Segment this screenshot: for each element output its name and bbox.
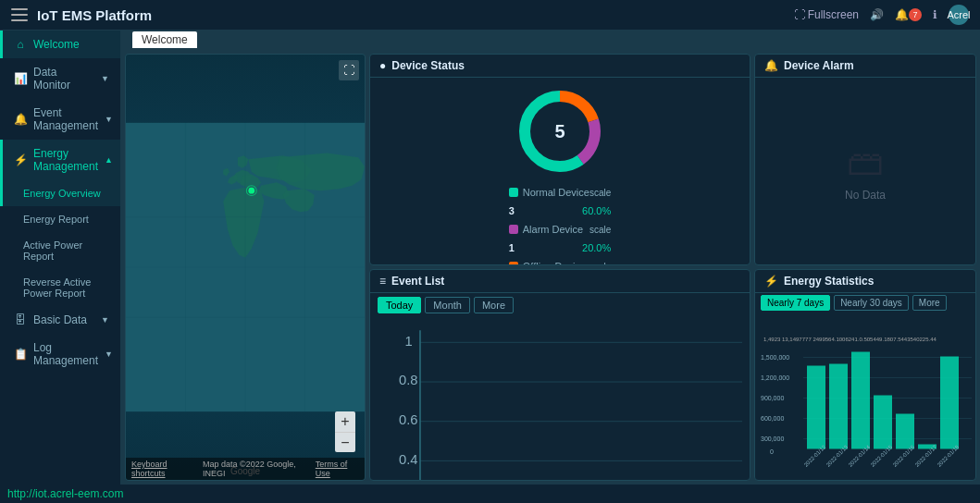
svg-point-5 <box>248 188 254 194</box>
device-legend: Normal Device scale 3 60.0% Alarm Device <box>509 187 612 264</box>
home-icon: ⌂ <box>14 38 27 51</box>
legend-row-normal: Normal Device scale <box>509 187 612 198</box>
fullscreen-button[interactable]: ⛶ Fullscreen <box>794 8 859 21</box>
main-content: Welcome ● Device Status <box>121 31 980 485</box>
device-status-body: 5 Normal Device scale 3 <box>370 78 750 264</box>
chevron-down-icon: ▼ <box>101 74 109 83</box>
tab-today[interactable]: Today <box>378 297 421 313</box>
map-card: ⛶ + − Google <box>125 54 366 481</box>
map-fullscreen-button[interactable]: ⛶ <box>339 60 359 80</box>
tab-more[interactable]: More <box>474 297 514 313</box>
avatar[interactable]: Acrel <box>949 5 969 25</box>
sidebar-item-energy-overview[interactable]: Energy Overview <box>0 180 120 206</box>
tab-energy-more[interactable]: More <box>912 295 947 311</box>
energy-stats-header: ⚡ Energy Statistics <box>755 270 975 293</box>
bar-7 <box>940 357 959 449</box>
svg-text:900,000: 900,000 <box>761 395 784 401</box>
chevron-up-icon: ▲ <box>105 155 113 165</box>
energy-chart-svg: 1,4923 13,1497777 2499564.1006241.0.5054… <box>759 316 972 476</box>
no-data-text: No Data <box>845 189 886 202</box>
map-footer-bar: Keyboard shortcuts Map data ©2022 Google… <box>126 458 365 480</box>
header: IoT EMS Platform ⛶ Fullscreen 🔊 🔔 7 ℹ Ac… <box>0 0 980 31</box>
energy-chart-area: 1,4923 13,1497777 2499564.1006241.0.5054… <box>755 313 975 480</box>
footer-url: http://iot.acrel-eem.com <box>0 485 980 503</box>
bar-1 <box>807 366 825 449</box>
monitor-icon: 📊 <box>14 72 27 85</box>
event-list-tabs: Today Month More <box>370 293 750 317</box>
donut-chart: 5 <box>514 85 606 178</box>
tab-month[interactable]: Month <box>425 297 470 313</box>
normal-dot <box>509 188 518 197</box>
event-list-card: ≡ Event List Today Month More 1 0.8 0.6 … <box>369 269 751 481</box>
event-list-header: ≡ Event List <box>370 270 750 293</box>
svg-text:1,200,000: 1,200,000 <box>761 374 789 381</box>
chevron-down-icon-3: ▼ <box>101 315 109 325</box>
bell-icon: 🔔 <box>14 113 27 126</box>
header-actions: ⛶ Fullscreen 🔊 🔔 7 ℹ Acrel <box>794 5 969 25</box>
svg-text:0.6: 0.6 <box>399 412 418 427</box>
alarm-dot <box>509 225 518 234</box>
zoom-out-button[interactable]: − <box>335 432 355 452</box>
device-alarm-header: 🔔 Device Alarm <box>755 55 975 78</box>
content-grid: ● Device Status <box>121 50 980 485</box>
no-data-icon: 🗃 <box>847 141 884 183</box>
audio-button[interactable]: 🔊 <box>870 8 884 21</box>
sidebar-item-basic-data[interactable]: 🗄 Basic Data ▼ <box>0 306 120 334</box>
device-status-header: ● Device Status <box>370 55 750 78</box>
world-map-svg <box>126 55 365 480</box>
menu-icon[interactable] <box>11 8 28 21</box>
notification-badge: 7 <box>909 8 922 21</box>
energy-stats-tabs: Nearly 7 days Nearly 30 days More <box>755 293 975 313</box>
event-chart-area: 1 0.8 0.6 0.4 0.2 0 <box>370 317 750 481</box>
svg-text:0.8: 0.8 <box>399 373 418 387</box>
tab-30days[interactable]: Nearly 30 days <box>834 295 909 311</box>
sidebar-item-active-power[interactable]: Active Power Report <box>0 232 120 269</box>
svg-text:1,4923 13,1497777 2499564.1006: 1,4923 13,1497777 2499564.1006241.0.5054… <box>763 337 937 342</box>
energy-stats-icon: ⚡ <box>764 275 778 288</box>
log-icon: 📋 <box>14 348 27 361</box>
event-list-icon: ≡ <box>379 275 386 288</box>
sidebar-item-welcome[interactable]: ⌂ Welcome <box>0 31 120 58</box>
sidebar-item-energy-report[interactable]: Energy Report <box>0 206 120 232</box>
sidebar-item-energy-management[interactable]: ⚡ Energy Management ▲ <box>0 140 120 180</box>
app-title: IoT EMS Platform <box>37 7 794 23</box>
sidebar-item-log-management[interactable]: 📋 Log Management ▼ <box>0 334 120 374</box>
database-icon: 🗄 <box>14 313 27 326</box>
sidebar: ⌂ Welcome 📊 Data Monitor ▼ 🔔 Event Manag… <box>0 31 121 485</box>
legend-row-offline: Offline Device scale <box>509 261 612 264</box>
body: ⌂ Welcome 📊 Data Monitor ▼ 🔔 Event Manag… <box>0 31 980 485</box>
zoom-in-button[interactable]: + <box>335 411 355 432</box>
svg-text:1,500,000: 1,500,000 <box>761 354 789 361</box>
notification-area: 🔔 7 <box>895 8 922 21</box>
svg-text:1: 1 <box>405 334 413 349</box>
device-status-icon: ● <box>379 59 386 72</box>
device-alarm-body: 🗃 No Data <box>755 78 975 264</box>
tab-7days[interactable]: Nearly 7 days <box>761 295 830 311</box>
svg-text:0: 0 <box>770 448 774 455</box>
donut-total: 5 <box>554 121 564 142</box>
bar-5 <box>896 414 914 449</box>
notification-button[interactable]: 🔔 <box>895 8 909 21</box>
svg-text:300,000: 300,000 <box>761 436 784 442</box>
energy-statistics-card: ⚡ Energy Statistics Nearly 7 days Nearly… <box>754 269 976 481</box>
info-button[interactable]: ℹ <box>933 8 937 21</box>
tab-bar: Welcome <box>121 31 980 50</box>
sidebar-item-event-management[interactable]: 🔔 Event Management ▼ <box>0 99 120 140</box>
offline-dot <box>509 262 518 264</box>
map-zoom-controls: + − <box>335 411 355 452</box>
device-alarm-card: 🔔 Device Alarm 🗃 No Data <box>754 54 976 265</box>
sidebar-item-data-monitor[interactable]: 📊 Data Monitor ▼ <box>0 58 120 99</box>
svg-text:600,000: 600,000 <box>761 415 784 422</box>
svg-text:0.4: 0.4 <box>399 452 418 467</box>
sidebar-item-reverse-active[interactable]: Reverse Active Power Report <box>0 269 120 306</box>
bar-2 <box>829 364 848 449</box>
map-background: ⛶ + − Google <box>126 55 365 480</box>
bar-3 <box>851 352 870 449</box>
tab-welcome[interactable]: Welcome <box>132 31 197 48</box>
event-chart-svg: 1 0.8 0.6 0.4 0.2 0 <box>378 321 742 481</box>
fullscreen-icon: ⛶ <box>794 8 805 21</box>
device-status-card: ● Device Status <box>369 54 751 265</box>
legend-row-alarm: Alarm Device scale <box>509 224 612 235</box>
alarm-icon: 🔔 <box>764 59 778 72</box>
bolt-icon: ⚡ <box>14 153 27 166</box>
